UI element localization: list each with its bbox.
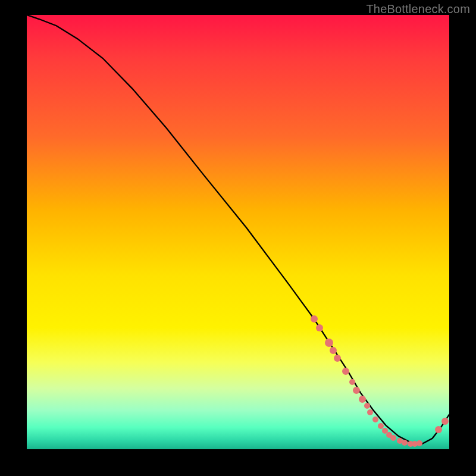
chart-stage: TheBottleneck.com — [0, 0, 476, 476]
attribution-text: TheBottleneck.com — [366, 2, 470, 16]
data-point — [416, 440, 422, 446]
main-curve — [27, 15, 449, 444]
data-point — [390, 435, 396, 441]
data-point — [330, 347, 337, 354]
data-point — [359, 396, 366, 403]
data-point — [342, 368, 349, 375]
data-point — [316, 324, 323, 331]
data-point — [372, 416, 378, 422]
data-point — [325, 339, 333, 347]
data-point — [402, 440, 408, 446]
data-point — [353, 387, 360, 394]
plot-area — [27, 15, 449, 449]
curve-svg — [27, 15, 449, 449]
data-point — [367, 409, 373, 415]
data-point — [349, 379, 355, 385]
data-point — [311, 315, 318, 322]
data-point — [334, 355, 341, 362]
data-point — [441, 418, 449, 425]
data-point — [435, 426, 442, 433]
data-point — [364, 403, 370, 409]
